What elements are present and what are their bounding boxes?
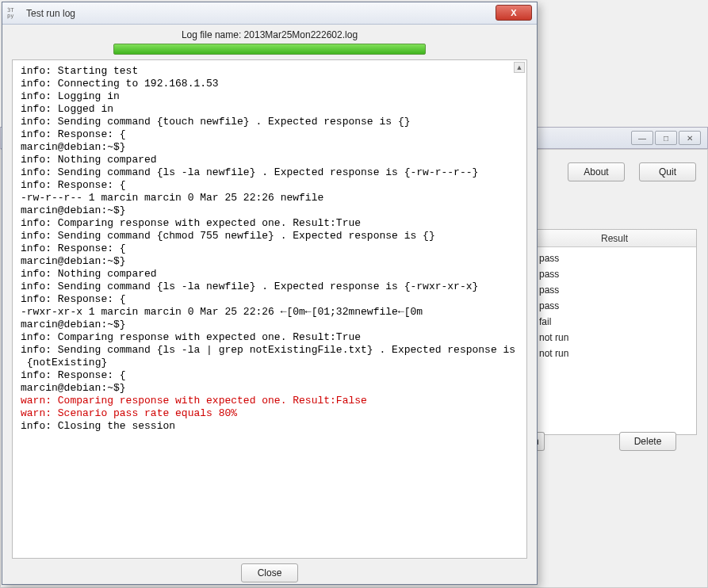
result-item[interactable]: pass [539,282,690,298]
result-item[interactable]: pass [539,298,690,314]
delete-button[interactable]: Delete [619,432,676,451]
close-button[interactable]: Close [241,563,298,582]
log-content: info: Starting test info: Connecting to … [13,60,526,437]
dialog-close-button[interactable]: X [496,5,532,21]
result-item[interactable]: not run [539,330,690,346]
scroll-up-icon[interactable]: ▲ [514,62,525,73]
results-list: passpasspasspassfailnot runnot run [533,247,696,365]
about-button[interactable]: About [568,162,625,181]
dialog-titlebar: 3T py Test run log X [2,2,537,25]
maximize-button[interactable]: □ [655,131,677,145]
result-item[interactable]: pass [539,266,690,282]
result-item[interactable]: not run [539,346,690,361]
result-item[interactable]: fail [539,314,690,330]
log-dialog: 3T py Test run log X Log file name: 2013… [2,2,538,585]
log-textarea[interactable]: ▲ info: Starting test info: Connecting t… [12,59,527,559]
minimize-button[interactable]: — [631,131,653,145]
dialog-title: Test run log [26,8,75,19]
quit-button[interactable]: Quit [639,162,696,181]
progress-bar [113,44,426,55]
main-close-button[interactable]: ✕ [679,131,701,145]
results-panel: Result passpasspasspassfailnot runnot ru… [532,229,697,435]
result-item[interactable]: pass [539,250,690,266]
app-icon: 3T py [7,6,21,21]
log-filename-label: Log file name: 2013Mar25Mon222602.log [2,25,537,40]
results-header: Result [533,230,696,247]
